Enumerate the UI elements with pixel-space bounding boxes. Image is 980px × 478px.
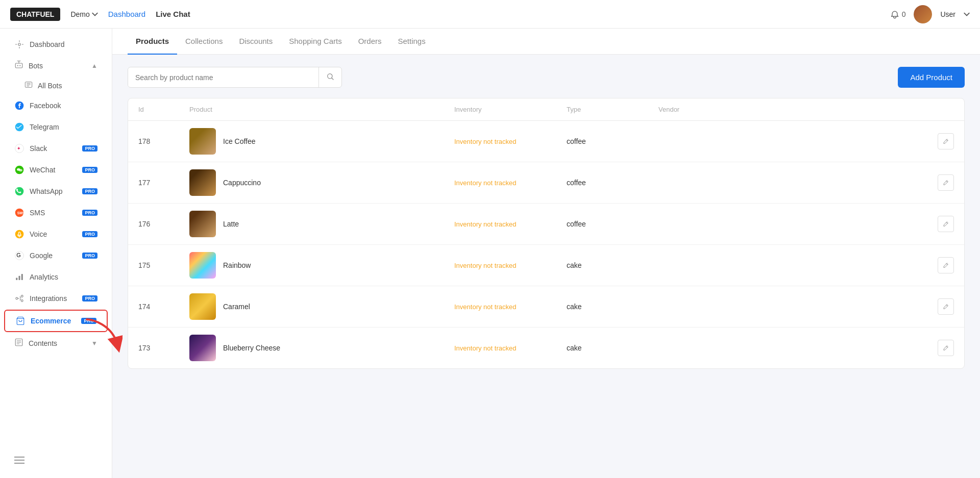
cell-type-5: cake <box>567 344 658 352</box>
cell-id-3: 175 <box>138 261 189 269</box>
cell-product-0: Ice Coffee <box>189 128 454 155</box>
integrations-icon <box>14 293 24 304</box>
sidebar-item-slack[interactable]: ✦ Slack PRO <box>4 138 108 159</box>
slack-pro-badge: PRO <box>82 145 97 152</box>
product-thumbnail-1 <box>189 169 216 196</box>
cell-product-5: Blueberry Cheese <box>189 335 454 361</box>
dashboard-icon <box>14 39 24 49</box>
products-content: Add Product Id Product Inventory Type Ve… <box>112 55 980 478</box>
cell-id-0: 178 <box>138 137 189 145</box>
search-button[interactable] <box>318 67 341 87</box>
cell-product-4: Caramel <box>189 293 454 320</box>
user-avatar[interactable] <box>914 5 932 23</box>
sidebar-allbots-label: All Bots <box>38 82 62 90</box>
cell-inventory-1: Inventory not tracked <box>454 179 567 187</box>
table-row: 175 Rainbow Inventory not tracked cake <box>128 245 964 286</box>
sms-icon: SMS <box>14 208 24 218</box>
svg-rect-18 <box>16 278 17 281</box>
edit-button-0[interactable] <box>938 133 954 149</box>
sidebar-item-sms[interactable]: SMS SMS PRO <box>4 203 108 223</box>
cell-id-1: 177 <box>138 179 189 187</box>
user-chevron-icon <box>964 11 970 17</box>
product-name-2: Latte <box>223 220 239 228</box>
search-wrap <box>128 67 342 88</box>
sidebar-item-facebook[interactable]: Facebook <box>4 95 108 116</box>
whatsapp-icon <box>14 186 24 196</box>
sidebar-ecommerce-label: Ecommerce <box>31 317 74 325</box>
tab-discounts[interactable]: Discounts <box>231 29 281 55</box>
sidebar-bots-section[interactable]: Bots ▲ <box>4 56 108 75</box>
bots-icon <box>14 60 23 71</box>
edit-button-2[interactable] <box>938 216 954 232</box>
edit-button-1[interactable] <box>938 174 954 191</box>
table-header: Id Product Inventory Type Vendor <box>128 98 964 121</box>
cell-type-1: coffee <box>567 179 658 187</box>
svg-point-23 <box>21 300 23 302</box>
allbots-icon <box>24 81 33 90</box>
livechat-nav-link[interactable]: Live Chat <box>156 10 190 18</box>
notifications[interactable]: 0 <box>890 9 906 19</box>
edit-icon <box>942 179 949 186</box>
edit-button-5[interactable] <box>938 340 954 356</box>
sidebar-item-analytics[interactable]: Analytics <box>4 267 108 287</box>
sidebar-contents-label: Contents <box>29 339 57 347</box>
product-thumbnail-0 <box>189 128 216 155</box>
header-id: Id <box>138 106 189 113</box>
sms-pro-badge: PRO <box>82 210 97 216</box>
sidebar-item-voice[interactable]: Voice PRO <box>4 224 108 244</box>
header-inventory: Inventory <box>454 106 567 113</box>
table-body: 178 Ice Coffee Inventory not tracked cof… <box>128 121 964 368</box>
hamburger-menu[interactable] <box>10 452 102 468</box>
edit-button-4[interactable] <box>938 298 954 315</box>
tab-orders[interactable]: Orders <box>350 29 390 55</box>
demo-label: Demo <box>70 10 89 18</box>
edit-icon <box>942 138 949 145</box>
product-name-0: Ice Coffee <box>223 137 256 145</box>
cell-id-4: 174 <box>138 303 189 311</box>
header-product: Product <box>189 106 454 113</box>
add-product-button[interactable]: Add Product <box>898 67 965 88</box>
sidebar-contents-section[interactable]: Contents ▼ <box>4 334 108 353</box>
sidebar-item-whatsapp[interactable]: WhatsApp PRO <box>4 181 108 202</box>
tab-shopping-carts[interactable]: Shopping Carts <box>281 29 350 55</box>
sidebar-item-integrations[interactable]: Integrations PRO <box>4 288 108 309</box>
sidebar-item-dashboard[interactable]: Dashboard <box>4 34 108 55</box>
svg-point-0 <box>18 43 21 46</box>
sidebar-item-telegram[interactable]: Telegram <box>4 117 108 137</box>
product-thumbnail-3 <box>189 252 216 279</box>
cell-inventory-4: Inventory not tracked <box>454 303 567 311</box>
tab-products[interactable]: Products <box>128 29 177 55</box>
search-input[interactable] <box>128 68 318 87</box>
tab-collections[interactable]: Collections <box>177 29 231 55</box>
hamburger-line-3 <box>14 463 24 464</box>
facebook-icon <box>14 100 24 111</box>
cell-product-1: Cappuccino <box>189 169 454 196</box>
app-layout: Dashboard Bots ▲ All Bots <box>0 29 980 478</box>
main-content: Products Collections Discounts Shopping … <box>112 29 980 478</box>
product-thumbnail-2 <box>189 211 216 237</box>
nav-left: CHATFUEL Demo Dashboard Live Chat <box>10 8 190 21</box>
sidebar-analytics-label: Analytics <box>30 273 97 281</box>
demo-dropdown[interactable]: Demo <box>70 10 97 18</box>
cell-actions-3 <box>923 257 954 273</box>
ecommerce-pro-badge: PRO <box>81 318 96 324</box>
edit-button-3[interactable] <box>938 257 954 273</box>
sidebar-item-allbots[interactable]: All Bots <box>4 77 108 94</box>
tab-settings[interactable]: Settings <box>390 29 434 55</box>
cell-type-2: coffee <box>567 220 658 228</box>
integrations-pro-badge: PRO <box>82 295 97 301</box>
google-icon: G <box>14 250 24 261</box>
product-name-4: Caramel <box>223 303 250 311</box>
sidebar-item-google[interactable]: G Google PRO <box>4 245 108 266</box>
sidebar-item-ecommerce[interactable]: Ecommerce PRO <box>4 310 108 332</box>
sidebar-bots-label: Bots <box>29 62 43 70</box>
cell-actions-1 <box>923 174 954 191</box>
svg-text:G: G <box>16 252 20 258</box>
dashboard-nav-link[interactable]: Dashboard <box>108 10 145 18</box>
table-row: 173 Blueberry Cheese Inventory not track… <box>128 328 964 368</box>
sidebar-item-wechat[interactable]: WeChat PRO <box>4 160 108 180</box>
sidebar-integrations-label: Integrations <box>30 294 75 303</box>
product-name-3: Rainbow <box>223 261 251 269</box>
avatar-image <box>914 5 932 23</box>
product-thumbnail-5 <box>189 335 216 361</box>
